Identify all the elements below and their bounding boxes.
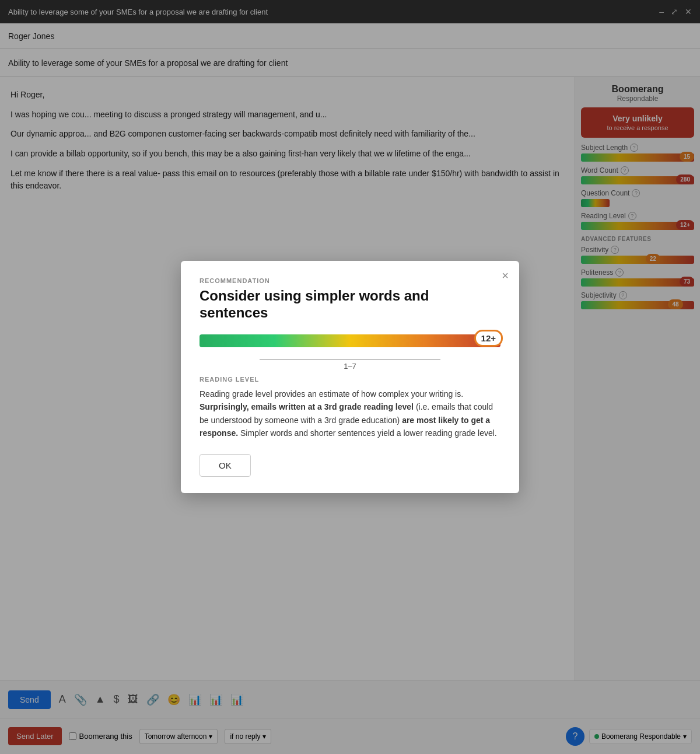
modal-close-button[interactable]: × bbox=[502, 269, 509, 282]
reading-level-section-label: READING LEVEL bbox=[200, 376, 501, 383]
reading-scale: 1–7 bbox=[200, 351, 501, 359]
reading-bar-wrap: 12+ bbox=[200, 334, 501, 347]
reading-bar bbox=[200, 334, 501, 347]
reading-desc-end: Simpler words and shorter sentences yiel… bbox=[240, 428, 497, 438]
reading-desc-intro: Reading grade level provides an estimate… bbox=[200, 389, 463, 399]
modal-overlay: × RECOMMENDATION Consider using simpler … bbox=[0, 0, 700, 754]
modal-section-label: RECOMMENDATION bbox=[200, 277, 501, 284]
scale-label: 1–7 bbox=[344, 362, 356, 371]
reading-description: Reading grade level provides an estimate… bbox=[200, 388, 501, 440]
reading-desc-bold1: Surprisingly, emails written at a 3rd gr… bbox=[200, 402, 414, 411]
recommendation-modal: × RECOMMENDATION Consider using simpler … bbox=[181, 261, 519, 493]
reading-badge: 12+ bbox=[474, 330, 503, 347]
modal-ok-button[interactable]: OK bbox=[200, 454, 251, 477]
modal-title: Consider using simpler words and sentenc… bbox=[200, 288, 501, 322]
